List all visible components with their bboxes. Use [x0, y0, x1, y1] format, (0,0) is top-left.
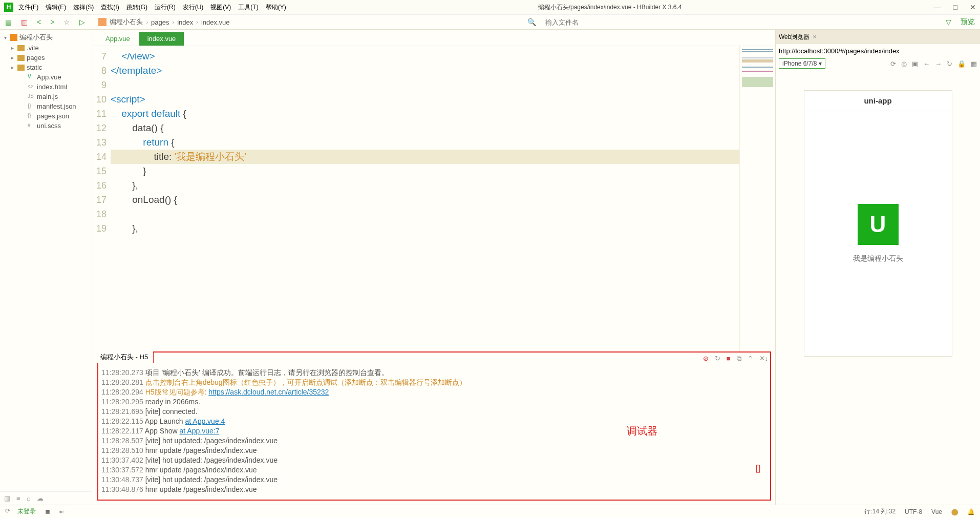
file-tree: ▾ 编程小石头 ▸.vite▸pages▸staticVApp.vue<>ind… — [0, 30, 92, 491]
json-icon: {} — [28, 103, 35, 110]
find-icon[interactable]: ⌕ — [27, 494, 31, 502]
menu-tools[interactable]: 工具(T) — [238, 3, 258, 12]
preview-viewport: uni-app U 我是编程小石头 — [776, 70, 980, 505]
screenshot-icon[interactable]: ▣ — [912, 60, 918, 68]
uni-logo: U — [858, 204, 899, 245]
menu-goto[interactable]: 跳转(G) — [126, 3, 147, 12]
login-status[interactable]: 未登录 — [17, 507, 36, 516]
refresh-icon[interactable]: ↻ — [715, 355, 720, 363]
nav-back-button[interactable]: < — [37, 18, 41, 26]
maximize-button[interactable]: □ — [953, 3, 957, 11]
breadcrumb-item[interactable]: index.vue — [201, 18, 230, 26]
html-icon: <> — [28, 84, 35, 91]
warning-icon[interactable]: ⬤ — [951, 508, 958, 515]
close-icon[interactable]: × — [813, 33, 816, 40]
vue-icon: V — [28, 74, 35, 81]
menu-edit[interactable]: 编辑(E) — [46, 3, 66, 12]
console-tab[interactable]: 编程小石头 - H5 — [97, 351, 154, 363]
close-button[interactable]: ✕ — [970, 3, 976, 11]
tree-item[interactable]: {}pages.json — [0, 111, 92, 121]
sync-icon[interactable]: ⟳ — [5, 507, 10, 516]
chevron-right-icon: ▸ — [9, 55, 15, 60]
phone-text: 我是编程小石头 — [853, 254, 903, 263]
nav-forward-button[interactable]: > — [50, 18, 54, 26]
phone-header: uni-app — [804, 91, 952, 111]
language-mode[interactable]: Vue — [931, 508, 942, 515]
star-icon[interactable]: ☆ — [63, 18, 70, 26]
chevron-right-icon: ▸ — [9, 45, 15, 51]
list-icon[interactable]: ≡ — [16, 494, 20, 502]
new-file-button[interactable]: ▤ — [5, 18, 12, 26]
menu-file[interactable]: 文件(F) — [18, 3, 38, 12]
minimap[interactable] — [739, 46, 775, 351]
cloud-icon[interactable]: ☁ — [37, 494, 44, 502]
console-body[interactable]: 11:28:20.273 项目 '编程小石头' 编译成功。前端运行日志，请另行在… — [98, 353, 770, 500]
preview-tab-label[interactable]: Web浏览器 — [779, 33, 809, 42]
clear-icon[interactable]: ✕↓ — [759, 355, 769, 363]
menu-select[interactable]: 选择(S) — [73, 3, 94, 12]
file-search-input[interactable] — [545, 18, 648, 26]
minimize-button[interactable]: — — [934, 3, 941, 11]
filter-icon[interactable]: ▽ — [946, 18, 951, 26]
align-icon[interactable]: ≣ — [45, 508, 50, 515]
stop-icon[interactable]: ■ — [727, 355, 731, 363]
tree-item[interactable]: <>index.html — [0, 82, 92, 92]
search-file-icon: 🔍 — [527, 18, 536, 26]
back-icon[interactable]: ← — [923, 60, 930, 68]
console-actions: ⊘ ↻ ■ ⧉ ⌃ ✕↓ — [703, 355, 768, 363]
chevron-right-icon: › — [196, 19, 198, 25]
tree-item[interactable]: {}manifest.json — [0, 101, 92, 111]
editor-tabs: App.vueindex.vue — [92, 30, 775, 46]
tree-item[interactable]: ▸static — [0, 63, 92, 72]
main: ▾ 编程小石头 ▸.vite▸pages▸staticVApp.vue<>ind… — [0, 30, 980, 505]
tree-item[interactable]: #uni.scss — [0, 121, 92, 131]
tree-item[interactable]: ▸.vite — [0, 43, 92, 53]
url-input[interactable] — [779, 47, 977, 55]
breadcrumb-item[interactable]: index — [177, 18, 193, 26]
chevron-right-icon: › — [172, 19, 174, 25]
bell-icon[interactable]: 🔔 — [967, 508, 975, 515]
dir-icon[interactable]: ▥ — [4, 494, 10, 502]
preview-address-bar — [776, 44, 980, 57]
indent-icon[interactable]: ⇤ — [59, 508, 65, 515]
tree-label: index.html — [37, 83, 67, 91]
collapse-icon[interactable]: ⌃ — [748, 355, 753, 363]
breadcrumb-item[interactable]: 编程小石头 — [110, 17, 143, 27]
json-icon: {} — [28, 113, 35, 120]
code[interactable]: </view></template> <script> export defau… — [111, 46, 739, 351]
menu-publish[interactable]: 发行(U) — [183, 3, 204, 12]
window-title: 编程小石头/pages/index/index.vue - HBuilder X… — [286, 3, 934, 12]
encoding[interactable]: UTF-8 — [905, 508, 922, 515]
lock-icon[interactable]: 🔒 — [957, 60, 966, 68]
target-icon[interactable]: ◎ — [901, 60, 907, 68]
console-cursor-icon: ▯ — [755, 462, 761, 474]
editor: 78910111213141516171819 </view></templat… — [92, 46, 775, 351]
tree-label: main.js — [37, 93, 58, 100]
editor-tab[interactable]: index.vue — [139, 32, 184, 46]
debug-bug-icon[interactable]: ⊘ — [703, 355, 709, 363]
menu-help[interactable]: 帮助(Y) — [266, 3, 286, 12]
run-button[interactable]: ▷ — [79, 18, 85, 26]
menu-view[interactable]: 视图(V) — [210, 3, 231, 12]
rotate-icon[interactable]: ⟳ — [890, 60, 896, 68]
tree-item[interactable]: ▸pages — [0, 53, 92, 63]
tree-item[interactable]: VApp.vue — [0, 72, 92, 82]
gutter[interactable]: 78910111213141516171819 — [92, 46, 111, 351]
reload-icon[interactable]: ↻ — [947, 60, 952, 68]
sidebar: ▾ 编程小石头 ▸.vite▸pages▸staticVApp.vue<>ind… — [0, 30, 92, 505]
menu-find[interactable]: 查找(I) — [101, 3, 119, 12]
preview-button[interactable]: 预览 — [961, 17, 975, 27]
forward-icon[interactable]: → — [935, 60, 942, 68]
grid-icon[interactable]: ▦ — [971, 60, 977, 68]
menu-run[interactable]: 运行(R) — [155, 3, 176, 12]
tree-item[interactable]: JSmain.js — [0, 92, 92, 101]
phone-body: U 我是编程小石头 — [804, 111, 952, 356]
popout-icon[interactable]: ⧉ — [737, 355, 741, 363]
new-window-button[interactable]: ▥ — [21, 18, 28, 26]
breadcrumb-item[interactable]: pages — [151, 18, 169, 26]
tree-project-root[interactable]: ▾ 编程小石头 — [0, 32, 92, 43]
chevron-right-icon: › — [146, 19, 148, 25]
tree-label: pages.json — [37, 112, 69, 120]
device-select[interactable]: iPhone 6/7/8 ▾ — [779, 58, 825, 69]
editor-tab[interactable]: App.vue — [97, 32, 138, 46]
